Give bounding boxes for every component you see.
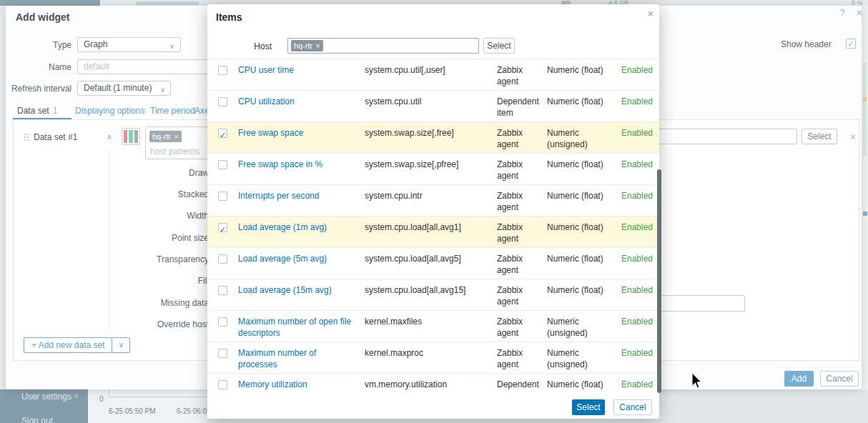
close-icon[interactable]: × xyxy=(854,6,865,18)
remove-data-set-icon[interactable]: × xyxy=(850,131,856,143)
item-name-link[interactable]: Load average (1m avg) xyxy=(238,222,357,233)
background-graph-fragment xyxy=(863,97,867,101)
item-value-type: Numeric (unsigned) xyxy=(547,127,616,150)
item-checkbox[interactable] xyxy=(218,254,227,264)
item-checkbox[interactable] xyxy=(218,286,227,295)
item-name-link[interactable]: CPU user time xyxy=(238,64,357,76)
plus-icon: + xyxy=(31,340,39,350)
table-row: CPU utilization system.cpu.util Dependen… xyxy=(207,90,659,121)
item-name-link[interactable]: Maximum number of open file descriptors xyxy=(238,316,357,339)
status-badge: Enabled xyxy=(621,127,653,139)
item-checkbox[interactable] xyxy=(218,66,227,75)
items-modal-title: Items xyxy=(216,11,242,23)
item-name-link[interactable]: Load average (5m avg) xyxy=(238,253,357,264)
sidebar-item-sign-out[interactable]: Sign out xyxy=(21,416,53,423)
refresh-interval-select[interactable]: Default (1 minute) ∨ xyxy=(77,81,171,96)
collapse-chevron-icon[interactable]: ∧ xyxy=(107,132,112,141)
item-checkbox[interactable] xyxy=(218,97,227,106)
item-key: kernel.maxproc xyxy=(365,347,492,359)
item-name-link[interactable]: Load average (15m avg) xyxy=(238,284,357,296)
scrollbar-thumb[interactable] xyxy=(657,169,661,393)
help-icon[interactable]: ? xyxy=(837,7,848,19)
item-type: Zabbix agent xyxy=(497,64,541,87)
table-row: Interrupts per second system.cpu.intr Za… xyxy=(207,184,659,216)
status-badge: Enabled xyxy=(621,222,653,233)
table-row: ✓ Load average (1m avg) system.cpu.load[… xyxy=(207,216,659,247)
host-pattern-chip: hq-rtr× xyxy=(149,131,182,142)
drag-handle-icon[interactable] xyxy=(24,133,29,141)
tab-data-set[interactable]: Data set1 xyxy=(17,106,57,116)
item-name-link[interactable]: Interrupts per second xyxy=(238,190,357,201)
graph-axis xyxy=(109,389,207,397)
refresh-interval-value: Default (1 minute) xyxy=(84,83,152,93)
close-icon[interactable]: × xyxy=(645,7,656,19)
cancel-button[interactable]: Cancel xyxy=(820,371,859,387)
background-graph-fragment xyxy=(863,211,867,216)
table-row: Load average (5m avg) system.cpu.load[al… xyxy=(207,247,659,279)
item-value-type: Numeric (float) xyxy=(547,253,616,264)
type-select[interactable]: Graph ∨ xyxy=(77,37,181,52)
items-cancel-button[interactable]: Cancel xyxy=(613,399,652,415)
item-checkbox[interactable] xyxy=(218,349,227,358)
type-label: Type xyxy=(7,40,71,50)
item-value-type: Numeric (float) xyxy=(547,64,616,76)
status-badge: Enabled xyxy=(621,96,653,107)
add-data-set-caret[interactable]: ∨ xyxy=(112,337,130,353)
chip-remove-icon[interactable]: × xyxy=(174,132,178,141)
item-type: Zabbix agent xyxy=(497,159,541,181)
item-key: system.cpu.intr xyxy=(365,190,492,201)
sidebar-item-user-settings[interactable]: User settings xyxy=(21,392,71,402)
color-swatch[interactable] xyxy=(122,128,140,145)
background-dashboard-sliver xyxy=(862,6,868,389)
items-modal-footer: Select Cancel xyxy=(207,392,659,419)
item-value-type: Numeric (float) xyxy=(547,284,616,296)
override-host-label: Override host xyxy=(114,319,209,329)
host-filter-input[interactable]: hq-rtr× xyxy=(287,38,479,54)
dialog-title: Add widget xyxy=(16,11,69,23)
item-value-type: Numeric (unsigned) xyxy=(547,347,616,370)
chip-remove-icon[interactable]: × xyxy=(315,41,320,50)
add-button[interactable]: Add xyxy=(784,371,814,387)
table-row: CPU user time system.cpu.util[,user] Zab… xyxy=(207,59,659,90)
item-name-link[interactable]: Memory utilization xyxy=(238,379,357,390)
item-name-link[interactable]: Free swap space xyxy=(238,127,357,139)
item-checkbox[interactable]: ✓ xyxy=(218,129,227,138)
width-label: Width xyxy=(114,211,209,221)
item-checkbox[interactable] xyxy=(218,317,227,327)
swatch-color-green xyxy=(129,130,132,143)
status-badge: Enabled xyxy=(621,159,653,170)
show-header-checkbox[interactable]: ✓ xyxy=(846,39,856,49)
transparency-label: Transparency xyxy=(114,254,209,264)
item-checkbox[interactable] xyxy=(218,380,227,389)
background-sidebar-top xyxy=(0,0,100,6)
item-key: vm.memory.utilization xyxy=(365,379,492,390)
item-type: Zabbix agent xyxy=(497,222,541,244)
item-name-link[interactable]: Free swap space in % xyxy=(238,159,357,170)
add-new-data-set-button[interactable]: + Add new data set ∨ xyxy=(24,337,130,353)
item-name-link[interactable]: CPU utilization xyxy=(238,96,357,107)
item-value-type: Numeric (float) xyxy=(547,159,616,170)
item-name-link[interactable]: Maximum number of processes xyxy=(238,347,357,370)
item-checkbox[interactable]: ✓ xyxy=(218,223,227,232)
name-label: Name xyxy=(7,62,71,72)
table-row: Load average (15m avg) system.cpu.load[a… xyxy=(207,279,659,310)
item-value-type: Numeric (float) xyxy=(547,96,616,107)
item-key: system.cpu.load[all,avg15] xyxy=(365,284,492,296)
graph-x-tick: 6-25 06:0 xyxy=(177,407,207,415)
host-select-button[interactable]: Select xyxy=(483,38,515,54)
item-key: system.cpu.util[,user] xyxy=(365,64,492,76)
item-checkbox[interactable] xyxy=(218,160,227,169)
background-graph-fragment xyxy=(863,63,867,156)
table-row: ✓ Free swap space system.swap.size[,free… xyxy=(207,121,659,153)
show-header-label: Show header xyxy=(781,39,832,49)
item-key: system.cpu.util xyxy=(365,96,492,107)
item-patterns-select-button[interactable]: Select xyxy=(802,129,837,144)
items-select-button[interactable]: Select xyxy=(572,399,605,415)
item-checkbox[interactable] xyxy=(218,191,227,201)
item-value-type: Numeric (float) xyxy=(547,222,616,233)
graph-x-tick: 6-25 05:50 PM xyxy=(109,407,156,415)
background-graph-widget: 0 6-25 05:50 PM 6-25 06:0 xyxy=(88,389,207,423)
tab-time-period[interactable]: Time period xyxy=(150,106,195,116)
items-modal: Items × Host hq-rtr× Select CPU user tim… xyxy=(207,4,659,419)
tab-displaying-options[interactable]: Displaying options xyxy=(75,106,144,116)
